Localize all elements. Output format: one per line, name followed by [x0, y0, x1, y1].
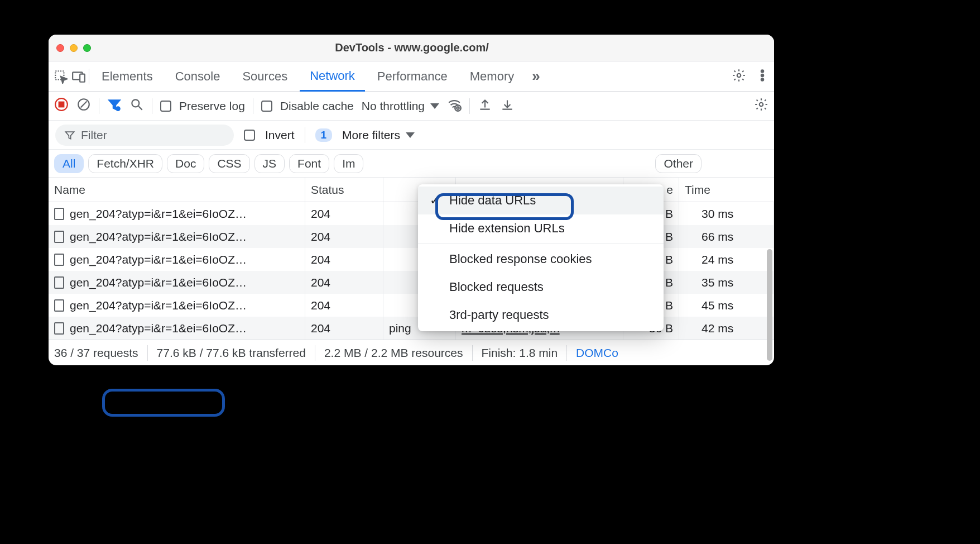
- disable-cache-checkbox[interactable]: [261, 101, 272, 112]
- tab-sources[interactable]: Sources: [232, 61, 297, 92]
- svg-rect-2: [80, 74, 85, 82]
- filter-input[interactable]: Filter: [55, 125, 234, 146]
- preserve-log-checkbox[interactable]: [160, 101, 171, 112]
- filter-toggle-icon[interactable]: [107, 97, 122, 114]
- status-bar: 36 / 37 requests 77.6 kB / 77.6 kB trans…: [49, 340, 774, 365]
- status-dom-content[interactable]: DOMCo: [576, 346, 618, 360]
- more-filters-badge: 1: [315, 128, 333, 142]
- throttling-select[interactable]: No throttling: [362, 99, 439, 113]
- cell-name: gen_204?atyp=i&r=1&ei=6IoOZ…: [70, 253, 247, 266]
- cell-name: gen_204?atyp=i&r=1&ei=6IoOZ…: [70, 276, 247, 289]
- table-row[interactable]: gen_204?atyp=i&r=1&ei=6IoOZ… 204 36 B 45…: [49, 294, 774, 317]
- menu-divider: [418, 244, 664, 244]
- svg-point-3: [737, 73, 741, 77]
- svg-point-14: [760, 103, 763, 107]
- chip-css[interactable]: CSS: [209, 154, 249, 173]
- chevron-down-icon: [406, 132, 415, 138]
- scrollbar-thumb[interactable]: [767, 249, 772, 361]
- cell-name: gen_204?atyp=i&r=1&ei=6IoOZ…: [70, 299, 247, 312]
- table-row[interactable]: gen_204?atyp=i&r=1&ei=6IoOZ… 204 50 B 30…: [49, 202, 774, 225]
- more-filters-menu: ✓ Hide data URLs Hide extension URLs Blo…: [418, 184, 664, 331]
- settings-icon[interactable]: [732, 68, 746, 85]
- tab-memory[interactable]: Memory: [460, 61, 524, 92]
- cell-type: ping: [389, 322, 411, 335]
- status-finish: Finish: 1.8 min: [482, 346, 558, 360]
- invert-checkbox[interactable]: [244, 130, 255, 141]
- chip-other[interactable]: Other: [655, 154, 702, 173]
- cell-status: 204: [311, 276, 330, 289]
- titlebar: DevTools - www.google.com/: [49, 35, 774, 61]
- chip-img[interactable]: Im: [334, 154, 363, 173]
- file-icon: [54, 254, 64, 266]
- panel-tabs: Elements Console Sources Network Perform…: [49, 61, 774, 92]
- cell-time: 24 ms: [685, 253, 733, 266]
- col-name[interactable]: Name: [49, 178, 305, 202]
- disable-cache-label: Disable cache: [280, 99, 354, 113]
- clear-button[interactable]: [76, 97, 91, 114]
- zoom-window-button[interactable]: [83, 44, 91, 52]
- filter-bar: Filter Invert 1 More filters: [49, 121, 774, 150]
- cell-status: 204: [311, 230, 330, 244]
- inspect-element-icon[interactable]: [53, 69, 69, 84]
- status-requests: 36 / 37 requests: [54, 346, 138, 360]
- menu-blocked-requests[interactable]: Blocked requests: [418, 273, 664, 301]
- col-time[interactable]: Time: [679, 178, 774, 202]
- svg-rect-8: [59, 102, 64, 107]
- window-title: DevTools - www.google.com/: [91, 41, 733, 54]
- chip-fetch-xhr[interactable]: Fetch/XHR: [88, 154, 162, 173]
- menu-blocked-response-cookies[interactable]: Blocked response cookies: [418, 245, 664, 273]
- check-icon: ✓: [429, 193, 440, 208]
- network-settings-icon[interactable]: [754, 97, 768, 114]
- search-icon[interactable]: [129, 97, 144, 114]
- invert-label: Invert: [265, 128, 295, 142]
- minimize-window-button[interactable]: [70, 44, 78, 52]
- cell-time: 30 ms: [685, 207, 733, 221]
- chip-font[interactable]: Font: [289, 154, 329, 173]
- cell-status: 204: [311, 207, 330, 221]
- cell-status: 204: [311, 299, 330, 312]
- menu-item-label: 3rd-party requests: [449, 308, 549, 322]
- table-row[interactable]: gen_204?atyp=i&r=1&ei=6IoOZ… 204 36 B 66…: [49, 225, 774, 248]
- svg-point-5: [761, 74, 763, 76]
- chip-all[interactable]: All: [54, 154, 84, 173]
- tab-performance[interactable]: Performance: [367, 61, 458, 92]
- download-har-icon[interactable]: [500, 97, 515, 114]
- tab-network[interactable]: Network: [300, 61, 365, 92]
- file-icon: [54, 208, 64, 220]
- device-toolbar-icon[interactable]: [71, 69, 87, 84]
- cell-name: gen_204?atyp=i&r=1&ei=6IoOZ…: [70, 207, 247, 221]
- close-window-button[interactable]: [56, 44, 64, 52]
- record-button[interactable]: [54, 97, 69, 114]
- cell-time: 66 ms: [685, 230, 733, 244]
- more-filters-label: More filters: [342, 128, 400, 142]
- tab-console[interactable]: Console: [165, 61, 230, 92]
- menu-hide-data-urls[interactable]: ✓ Hide data URLs: [418, 187, 664, 214]
- menu-item-label: Blocked response cookies: [449, 252, 592, 266]
- svg-point-6: [761, 78, 763, 80]
- filter-placeholder: Filter: [81, 128, 107, 142]
- cell-time: 35 ms: [685, 276, 733, 289]
- table-row[interactable]: gen_204?atyp=i&r=1&ei=6IoOZ… 204 ping m=…: [49, 317, 774, 340]
- more-filters-dropdown-trigger[interactable]: More filters: [342, 128, 415, 142]
- traffic-lights: [56, 44, 91, 52]
- kebab-menu-icon[interactable]: [755, 68, 770, 85]
- throttling-value: No throttling: [362, 99, 425, 113]
- menu-hide-extension-urls[interactable]: Hide extension URLs: [418, 214, 664, 242]
- tab-elements[interactable]: Elements: [92, 61, 163, 92]
- file-icon: [54, 231, 64, 243]
- table-row[interactable]: gen_204?atyp=i&r=1&ei=6IoOZ… 204 36 B 35…: [49, 271, 774, 294]
- cell-status: 204: [311, 253, 330, 266]
- col-status[interactable]: Status: [305, 178, 383, 202]
- chip-doc[interactable]: Doc: [167, 154, 204, 173]
- chevron-down-icon: [430, 103, 439, 109]
- menu-3rd-party-requests[interactable]: 3rd-party requests: [418, 301, 664, 329]
- more-tabs-button[interactable]: »: [526, 68, 545, 85]
- svg-point-4: [761, 70, 763, 72]
- network-conditions-icon[interactable]: [447, 97, 462, 114]
- chip-js[interactable]: JS: [254, 154, 285, 173]
- table-row[interactable]: gen_204?atyp=i&r=1&ei=6IoOZ… 204 36 B 24…: [49, 248, 774, 271]
- svg-point-11: [132, 99, 139, 107]
- upload-har-icon[interactable]: [478, 97, 492, 114]
- cell-status: 204: [311, 322, 330, 335]
- table-header: Name Status e Time: [49, 178, 774, 202]
